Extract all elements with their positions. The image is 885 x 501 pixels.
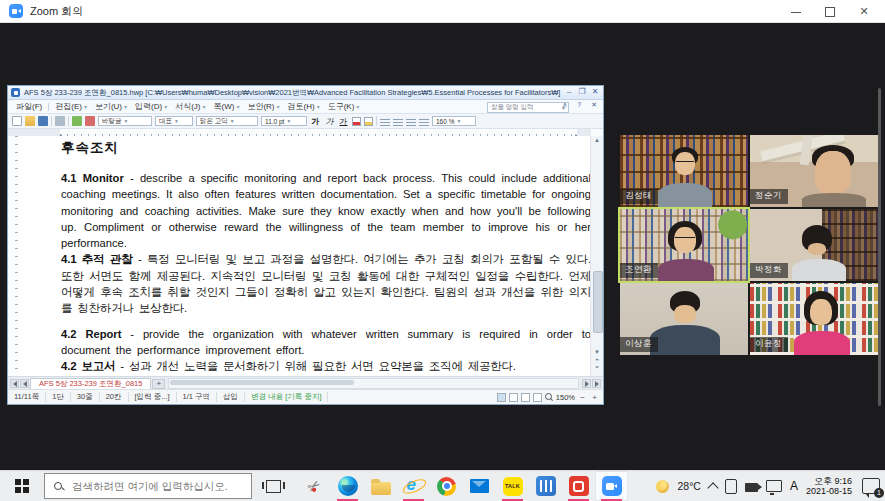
menu-format[interactable]: 서식(J)	[171, 101, 209, 112]
network-monitor-icon[interactable]	[766, 480, 782, 492]
participant-video-kim-seongtae[interactable]: 김성태	[620, 135, 748, 207]
maximize-button[interactable]	[813, 0, 847, 22]
align-left-icon[interactable]	[380, 117, 390, 126]
scroll-down-icon[interactable]	[593, 349, 601, 355]
hwp-app-icon	[11, 88, 20, 97]
menu-edit[interactable]: 편집(E)	[51, 101, 91, 112]
app-file-explorer[interactable]	[364, 471, 397, 501]
zoom-out-button[interactable]: −	[578, 393, 587, 402]
participant-video-lee-yunjeong[interactable]: 이윤정	[750, 283, 878, 355]
status-insert-mode[interactable]: 삽입	[217, 392, 245, 402]
minimize-button[interactable]	[779, 0, 813, 22]
menu-security[interactable]: 보안(R)	[243, 101, 283, 112]
camcorder-icon[interactable]	[745, 483, 758, 492]
horizontal-scrollbar[interactable]	[168, 378, 579, 389]
paragraph-lead: 4.1 추적 관찰	[61, 253, 132, 265]
hwp-close-button[interactable]	[589, 87, 601, 96]
font-combo[interactable]: 맑은 고딕	[196, 116, 258, 126]
menu-page[interactable]: 쪽(W)	[210, 101, 244, 112]
participant-video-jeong-sungi[interactable]: 정순기	[750, 135, 878, 207]
app-snipping-tool[interactable]: ✂	[298, 471, 331, 501]
toolbar-divider	[51, 116, 52, 126]
document-zoom-level[interactable]: 150%	[556, 393, 575, 402]
paragraph-style-combo[interactable]: 바탕글	[98, 116, 152, 126]
view-mode-fit-icon[interactable]	[521, 393, 530, 402]
participant-video-park-jeonghwa[interactable]: 박정화	[750, 209, 878, 281]
app-chrome[interactable]	[430, 471, 463, 501]
rotation-lock-icon[interactable]	[725, 479, 737, 494]
style-preset-combo[interactable]: 대표	[155, 116, 193, 126]
underline-button[interactable]: 가	[338, 116, 349, 127]
hwp-document-title: AFS 5장 233-239 조연환_0815.hwp [C:₩Users₩hu…	[24, 88, 561, 98]
print-icon[interactable]	[55, 116, 65, 126]
menu-tools[interactable]: 도구(K)	[324, 101, 364, 112]
shape-icon[interactable]	[85, 116, 95, 126]
hidden-icons-chevron[interactable]	[707, 482, 718, 493]
view-mode-two-page-icon[interactable]	[533, 393, 542, 402]
kakao-label: TALK	[505, 483, 520, 489]
document-vertical-scrollbar[interactable]	[590, 136, 603, 377]
app-screen-recorder[interactable]	[562, 471, 595, 501]
hwp-maximize-button[interactable]	[576, 87, 588, 96]
participant-video-lee-sanghun[interactable]: 이상훈	[620, 283, 748, 355]
document-page[interactable]: 후속조치 4.1 Monitor - describe a specific m…	[18, 136, 591, 377]
bold-button[interactable]: 가	[310, 116, 321, 127]
app-internet-explorer[interactable]	[397, 471, 430, 501]
participant-video-jo-yeonhwan-active-speaker[interactable]: 조연환	[620, 209, 748, 281]
scrollbar-thumb[interactable]	[593, 271, 603, 333]
italic-button[interactable]: 가	[324, 116, 335, 127]
menu-review[interactable]: 검토(H)	[284, 101, 324, 112]
tab-nav-last-icon[interactable]	[592, 379, 601, 388]
view-mode-page-icon[interactable]	[497, 393, 506, 402]
menu-input[interactable]: 입력(D)	[131, 101, 171, 112]
save-icon[interactable]	[38, 116, 48, 126]
status-track-changes[interactable]: 변경 내용 [기록 중지]	[245, 392, 328, 402]
app-zoom[interactable]	[595, 471, 628, 501]
scroll-up-icon[interactable]	[593, 137, 601, 143]
font-color-chip[interactable]	[352, 117, 361, 126]
document-tab[interactable]: AFS 5장 233-239 조연환_0815	[30, 378, 151, 390]
weather-moon-icon[interactable]	[656, 480, 669, 493]
app-kakaotalk[interactable]: TALK	[496, 471, 529, 501]
tab-nav-next-icon[interactable]	[582, 379, 591, 388]
menu-file[interactable]: 파일(F)	[12, 101, 46, 112]
align-justify-icon[interactable]	[419, 117, 429, 126]
align-center-icon[interactable]	[393, 117, 403, 126]
taskbar-search-box[interactable]	[44, 473, 252, 499]
task-view-icon	[266, 480, 281, 493]
line-spacing-combo[interactable]: 160 %	[432, 116, 476, 126]
taskbar-clock[interactable]: 오후 9:16 2021-08-15	[806, 476, 852, 497]
zoom-magnifier-icon[interactable]	[545, 393, 553, 401]
add-tab-button[interactable]: +	[152, 379, 165, 389]
open-folder-icon[interactable]	[25, 116, 35, 126]
font-size-combo[interactable]: 11.0 pt	[261, 116, 307, 126]
app-mail[interactable]	[463, 471, 496, 501]
zoom-app-icon	[9, 4, 23, 18]
ime-language-indicator[interactable]: A	[790, 479, 798, 493]
view-mode-wide-icon[interactable]	[509, 393, 518, 402]
search-input[interactable]	[70, 479, 234, 493]
page-up-icon[interactable]	[593, 356, 601, 363]
tab-nav-first-icon[interactable]	[10, 379, 19, 388]
new-document-icon[interactable]	[12, 116, 22, 126]
zoom-in-button[interactable]: +	[590, 393, 599, 402]
command-search-box[interactable]: 찾을 명령 입력▾	[487, 102, 569, 113]
page-down-icon[interactable]	[593, 364, 601, 371]
close-button[interactable]	[847, 0, 881, 22]
align-right-icon[interactable]	[406, 117, 416, 126]
participants-panel-scrollbar[interactable]	[878, 88, 881, 406]
task-view-button[interactable]	[258, 471, 288, 501]
paste-icon[interactable]	[72, 116, 82, 126]
highlight-color-chip[interactable]	[364, 117, 373, 126]
weather-temperature[interactable]: 28°C	[677, 480, 700, 492]
tab-nav-prev-icon[interactable]	[20, 379, 29, 388]
app-edge[interactable]	[331, 471, 364, 501]
ribbon-collapse-help-close-icons[interactable]	[562, 101, 601, 109]
paragraph-body: - provide the organization with whatever…	[61, 328, 591, 356]
app-blue-utility[interactable]	[529, 471, 562, 501]
hwp-minimize-button[interactable]	[563, 87, 575, 96]
horizontal-scrollbar-thumb[interactable]	[170, 380, 354, 385]
start-button[interactable]	[0, 471, 44, 501]
action-center-icon[interactable]: 1	[862, 478, 880, 494]
menu-view[interactable]: 보기(U)	[91, 101, 131, 112]
